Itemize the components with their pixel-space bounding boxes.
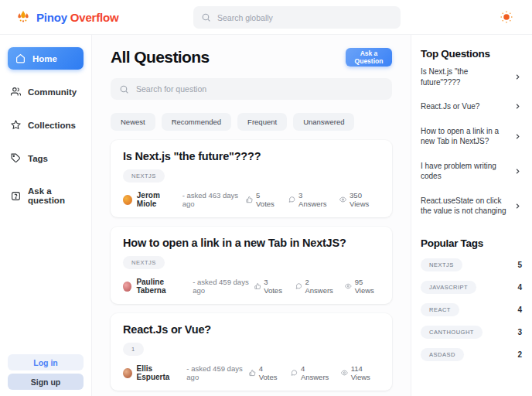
left-sidebar: Home Community Collections bbox=[0, 35, 92, 396]
question-tag[interactable]: NEXTJS bbox=[123, 256, 165, 269]
question-card[interactable]: How to open a link in a new Tab in NextJ… bbox=[111, 227, 392, 304]
views-stat: 350 Views bbox=[339, 191, 380, 208]
brand-logo[interactable]: Pinoy Overflow bbox=[0, 9, 118, 25]
answers-stat: 2 Answers bbox=[295, 278, 334, 295]
sidebar-item-community[interactable]: Community bbox=[0, 79, 91, 104]
filter-bar: Newest Recommended Frequent Unanswered bbox=[111, 113, 392, 131]
tag-count: 4 bbox=[517, 306, 522, 314]
chevron-right-icon bbox=[513, 102, 522, 111]
thumbs-up-icon bbox=[254, 282, 261, 290]
thumbs-up-icon bbox=[246, 196, 253, 203]
top-question-item[interactable]: I have problem writing codes bbox=[421, 154, 522, 189]
question-tag[interactable]: 1 bbox=[123, 343, 144, 356]
author-name[interactable]: Ellis Espuerta bbox=[137, 364, 182, 381]
question-search[interactable] bbox=[111, 78, 392, 100]
chevron-right-icon bbox=[513, 167, 522, 176]
avatar bbox=[123, 195, 132, 205]
sidebar-item-label: Ask a question bbox=[28, 186, 84, 205]
question-title[interactable]: Is Next.js "the future"???? bbox=[123, 150, 380, 162]
votes-stat: 5 Votes bbox=[246, 191, 278, 208]
answers-stat: 4 Answers bbox=[291, 364, 330, 381]
community-icon bbox=[11, 87, 21, 97]
asked-time: - asked 463 days ago bbox=[182, 191, 246, 208]
question-title[interactable]: React.Js or Vue? bbox=[123, 323, 380, 336]
popular-tag-row: REACT 4 bbox=[421, 303, 522, 316]
question-search-input[interactable] bbox=[136, 84, 384, 94]
popular-tag[interactable]: JAVASCRIPT bbox=[421, 281, 476, 294]
votes-stat: 4 Votes bbox=[249, 364, 280, 381]
filter-unanswered[interactable]: Unanswered bbox=[293, 113, 354, 131]
popular-tag-row: JAVASCRIPT 4 bbox=[421, 281, 522, 294]
sun-icon[interactable] bbox=[500, 10, 513, 24]
right-sidebar: Top Questions Is Next.js "the future"???… bbox=[411, 35, 532, 396]
chevron-right-icon bbox=[513, 132, 522, 141]
page-title: All Questions bbox=[111, 48, 210, 67]
global-search[interactable] bbox=[193, 6, 401, 29]
top-questions-title: Top Questions bbox=[421, 48, 522, 60]
search-icon bbox=[201, 12, 211, 22]
eye-icon bbox=[345, 282, 351, 290]
avatar bbox=[123, 282, 131, 292]
sidebar-item-collections[interactable]: Collections bbox=[0, 112, 91, 138]
main-content: All Questions Ask a Question Newest Reco… bbox=[92, 35, 411, 396]
question-title[interactable]: How to open a link in a new Tab in NextJ… bbox=[123, 237, 380, 249]
popular-tags-title: Popular Tags bbox=[421, 237, 522, 249]
asked-time: - asked 459 days ago bbox=[186, 364, 249, 381]
sidebar-item-label: Tags bbox=[28, 154, 48, 163]
top-question-item[interactable]: How to open a link in a new Tab in NextJ… bbox=[421, 119, 522, 154]
search-icon bbox=[119, 84, 129, 94]
message-icon bbox=[291, 369, 298, 377]
popular-tag-row: ASDASD 2 bbox=[421, 348, 522, 361]
tag-count: 5 bbox=[517, 261, 522, 269]
avatar bbox=[123, 368, 132, 378]
chevron-right-icon bbox=[513, 202, 522, 210]
filter-recommended[interactable]: Recommended bbox=[162, 113, 231, 131]
tag-icon bbox=[11, 153, 21, 163]
question-icon bbox=[11, 191, 21, 201]
top-question-item[interactable]: React.useState on click the value is not… bbox=[421, 189, 522, 224]
sidebar-item-label: Collections bbox=[28, 121, 76, 130]
eye-icon bbox=[339, 196, 346, 203]
sidebar-item-label: Home bbox=[32, 54, 57, 63]
popular-tag[interactable]: REACT bbox=[421, 303, 459, 316]
author-name[interactable]: Jerom Miole bbox=[137, 191, 178, 208]
question-card[interactable]: Is Next.js "the future"???? NEXTJS Jerom… bbox=[111, 140, 392, 217]
message-icon bbox=[295, 282, 302, 290]
author-name[interactable]: Pauline Taberna bbox=[136, 278, 188, 295]
asked-time: - asked 459 days ago bbox=[193, 278, 254, 295]
views-stat: 95 Views bbox=[345, 278, 380, 295]
sidebar-item-tags[interactable]: Tags bbox=[0, 145, 91, 171]
signup-button[interactable]: Sign up bbox=[8, 374, 84, 390]
top-question-item[interactable]: React.Js or Vue? bbox=[421, 94, 522, 119]
views-stat: 114 Views bbox=[341, 364, 380, 381]
home-icon bbox=[15, 53, 26, 63]
tag-count: 2 bbox=[517, 350, 522, 359]
popular-tag-row: CANTHOUGHT 3 bbox=[421, 326, 522, 339]
sidebar-item-home[interactable]: Home bbox=[8, 47, 84, 70]
sidebar-item-label: Community bbox=[28, 87, 77, 97]
message-icon bbox=[288, 196, 295, 203]
votes-stat: 3 Votes bbox=[254, 278, 285, 295]
star-icon bbox=[11, 120, 21, 130]
filter-frequent[interactable]: Frequent bbox=[237, 113, 287, 131]
popular-tag[interactable]: CANTHOUGHT bbox=[421, 326, 483, 339]
filter-newest[interactable]: Newest bbox=[111, 113, 155, 131]
top-question-item[interactable]: Is Next.js "the future"???? bbox=[421, 60, 522, 94]
answers-stat: 3 Answers bbox=[288, 191, 329, 208]
sidebar-item-ask-question[interactable]: Ask a question bbox=[0, 179, 91, 213]
login-button[interactable]: Log in bbox=[8, 354, 84, 370]
app-header: Pinoy Overflow bbox=[0, 0, 532, 35]
flame-logo-icon bbox=[15, 9, 31, 25]
question-tag[interactable]: NEXTJS bbox=[123, 169, 165, 183]
global-search-input[interactable] bbox=[217, 13, 393, 22]
chevron-right-icon bbox=[513, 73, 522, 81]
tag-count: 3 bbox=[517, 328, 522, 336]
ask-question-button[interactable]: Ask a Question bbox=[346, 48, 392, 67]
popular-tag[interactable]: ASDASD bbox=[421, 348, 464, 361]
brand-name-secondary: Overflow bbox=[70, 11, 119, 24]
popular-tag-row: NEXTJS 5 bbox=[421, 258, 522, 271]
question-card[interactable]: React.Js or Vue? 1 Ellis Espuerta - aske… bbox=[111, 313, 392, 391]
thumbs-up-icon bbox=[249, 369, 256, 377]
popular-tag[interactable]: NEXTJS bbox=[421, 258, 462, 271]
eye-icon bbox=[341, 369, 348, 377]
